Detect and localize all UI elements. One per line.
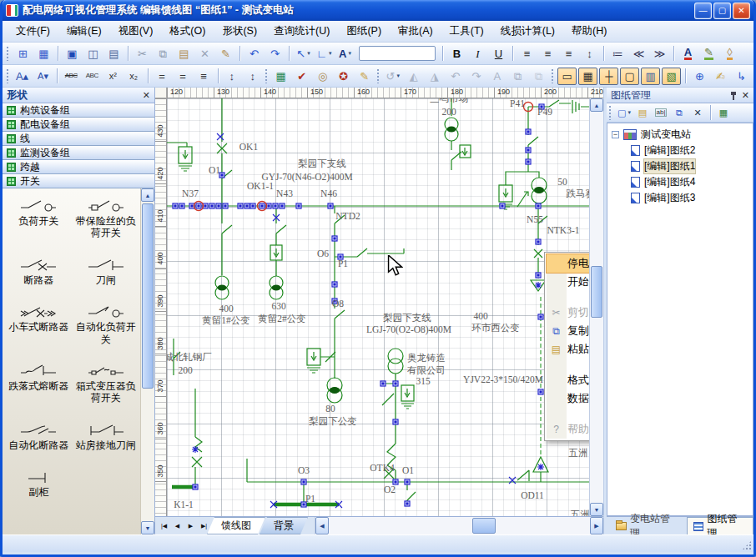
group-crossings[interactable]: 跨越 bbox=[3, 160, 154, 174]
menu-edit[interactable]: 编辑(E) bbox=[58, 21, 110, 42]
ctx-help[interactable]: ? 帮助(H) bbox=[547, 420, 589, 439]
ctx-outage-analysis[interactable]: 停电分析 bbox=[547, 254, 589, 273]
decrease-font-button[interactable]: A▾ bbox=[33, 68, 53, 85]
tab-feeder-diagram[interactable]: 馈线图 bbox=[207, 517, 265, 534]
new-drawing-button[interactable]: ⊞ bbox=[13, 45, 33, 63]
group-lines[interactable]: 线 bbox=[3, 132, 154, 146]
page-toggle[interactable]: ▥ bbox=[641, 68, 660, 85]
ctx-format[interactable]: 格式(O) ▶ bbox=[547, 371, 589, 389]
save-button[interactable]: ▣ bbox=[63, 45, 82, 63]
shape-aux-cabinet[interactable]: 副柜 bbox=[6, 469, 72, 498]
close-icon[interactable]: ✕ bbox=[742, 90, 749, 101]
approve-sheet-button[interactable]: ✔ bbox=[292, 68, 311, 85]
last-page-button[interactable]: ▶| bbox=[198, 519, 210, 533]
scroll-thumb[interactable] bbox=[591, 266, 602, 318]
shape-fused-load-switch[interactable]: 带保险丝的负荷开关 bbox=[73, 198, 139, 239]
flip-horizontal-button[interactable]: ◭ bbox=[404, 68, 423, 85]
indent-button[interactable]: ≫ bbox=[650, 45, 669, 63]
tree-sheet-3[interactable]: [编辑]图纸3 bbox=[609, 190, 751, 206]
find-shape-button[interactable]: ◎ bbox=[313, 68, 332, 85]
scroll-thumb[interactable] bbox=[142, 203, 154, 389]
toolbar-grip[interactable] bbox=[376, 68, 379, 83]
open-sheet-button[interactable]: ▤ bbox=[634, 104, 651, 122]
group-switches[interactable]: 开关 bbox=[3, 174, 154, 188]
ctx-start-outage-plan[interactable]: 开始停电计划 bbox=[547, 273, 589, 291]
fill-color-button[interactable]: ◊ bbox=[720, 45, 739, 63]
bold-button[interactable]: B bbox=[447, 45, 466, 63]
increase-font-button[interactable]: A▴ bbox=[13, 68, 32, 85]
tree-sheet-2[interactable]: [编辑]图纸2 bbox=[609, 143, 751, 158]
menu-query-stats[interactable]: 查询统计(U) bbox=[265, 21, 338, 42]
toolbar-grip[interactable] bbox=[608, 105, 612, 120]
rotate-shape-button[interactable]: ↺ bbox=[383, 68, 402, 85]
select-area-toggle[interactable]: ▢ bbox=[620, 68, 639, 85]
properties-button[interactable]: ✍ bbox=[711, 68, 730, 85]
scroll-down-icon[interactable]: ▼ bbox=[590, 503, 603, 516]
copy-button[interactable]: ⧉ bbox=[154, 45, 173, 63]
tree-root[interactable]: − 测试变电站 bbox=[609, 127, 751, 143]
connector-tool-button[interactable]: ∟ bbox=[315, 45, 334, 63]
pin-icon[interactable] bbox=[730, 91, 737, 100]
menu-approve[interactable]: 审批(A) bbox=[390, 21, 441, 42]
menu-help[interactable]: 帮助(H) bbox=[563, 21, 615, 42]
rotate-left-button[interactable]: ↶ bbox=[446, 68, 465, 85]
reroute-button[interactable]: ↳ bbox=[732, 68, 751, 85]
stencil-scrollbar[interactable]: ▲ ▼ bbox=[140, 188, 154, 534]
align-right-button[interactable]: ≡ bbox=[559, 45, 578, 63]
font-color-button[interactable]: A bbox=[678, 45, 698, 63]
bring-front-button[interactable]: ⧉ bbox=[508, 68, 527, 85]
delete-sheet-button[interactable]: ✕ bbox=[689, 104, 706, 122]
send-back-button[interactable]: ⧉ bbox=[529, 68, 548, 85]
clear-strike-button[interactable]: ABC bbox=[83, 68, 102, 85]
next-page-button[interactable]: ▶ bbox=[184, 519, 197, 533]
insert-picture-button[interactable]: ▦ bbox=[271, 68, 290, 85]
menu-line-loss[interactable]: 线损计算(L) bbox=[492, 21, 563, 42]
close-icon[interactable]: ✕ bbox=[143, 90, 150, 101]
group-distribution[interactable]: 配电设备组 bbox=[3, 118, 154, 132]
collapse-icon[interactable]: − bbox=[612, 131, 619, 138]
ctx-copy-drawing[interactable]: ⧉ 复制绘图(C) bbox=[547, 322, 589, 340]
zoom-button[interactable]: ⊕ bbox=[690, 68, 709, 85]
flip-vertical-button[interactable]: ◮ bbox=[425, 68, 444, 85]
shape-breaker[interactable]: 断路器 bbox=[6, 258, 72, 286]
canvas-vscrollbar[interactable]: ▲ ▼ bbox=[589, 98, 603, 516]
rotate-text-button[interactable]: A bbox=[487, 68, 507, 85]
scroll-up-icon[interactable]: ▲ bbox=[590, 98, 603, 112]
print-button[interactable]: ▤ bbox=[104, 45, 123, 63]
pointer-tool-button[interactable]: ↖ bbox=[294, 45, 313, 63]
font-combo[interactable] bbox=[359, 46, 436, 61]
print-preview-button[interactable]: ◫ bbox=[83, 45, 103, 63]
align-top-button[interactable]: = bbox=[153, 68, 172, 85]
ctx-cut[interactable]: ✂ 剪切(T) bbox=[547, 304, 589, 322]
guides-toggle[interactable]: ┼ bbox=[599, 68, 618, 85]
toolbar-grip[interactable] bbox=[265, 68, 267, 83]
paste-button[interactable]: ▤ bbox=[174, 45, 194, 63]
shape-auto-load-switch[interactable]: 自动化负荷开关 bbox=[73, 304, 139, 345]
format-painter-button[interactable]: ✎ bbox=[216, 45, 235, 63]
scroll-up-icon[interactable]: ▲ bbox=[141, 188, 154, 202]
tree-sheet-1[interactable]: [编辑]图纸1 bbox=[609, 158, 751, 174]
shape-knife-switch[interactable]: 刀闸 bbox=[73, 258, 139, 286]
shape-dropout-fuse[interactable]: 跌落式熔断器 bbox=[6, 364, 72, 404]
menu-sheet[interactable]: 图纸(P) bbox=[338, 21, 390, 42]
shape-auto-breaker[interactable]: 自动化断路器 bbox=[6, 423, 72, 451]
toolbar-grip[interactable] bbox=[6, 46, 9, 61]
menu-view[interactable]: 视图(V) bbox=[110, 21, 162, 42]
station-diagram-button[interactable]: ▦ bbox=[715, 104, 732, 122]
cut-button[interactable]: ✂ bbox=[133, 45, 152, 63]
italic-button[interactable]: I bbox=[468, 45, 487, 63]
prev-page-button[interactable]: ◀ bbox=[171, 519, 184, 533]
outdent-button[interactable]: ≪ bbox=[629, 45, 648, 63]
explorer-toggle[interactable]: ▧ bbox=[662, 68, 681, 85]
toolbar-grip[interactable] bbox=[6, 68, 8, 83]
shape-load-switch[interactable]: 负荷开关 bbox=[6, 198, 72, 239]
subscript-button[interactable]: x₂ bbox=[124, 68, 144, 85]
tab-station-manager[interactable]: 变电站管理 bbox=[610, 517, 685, 534]
menu-format[interactable]: 格式(O) bbox=[161, 21, 214, 42]
stamp-button[interactable]: ✪ bbox=[334, 68, 353, 85]
rename-sheet-button[interactable]: ab| bbox=[653, 104, 669, 122]
grid-toggle[interactable]: ▦ bbox=[578, 68, 597, 85]
undo-button[interactable]: ↶ bbox=[244, 45, 264, 63]
title-bar[interactable]: 配电网络可视化管理系统 编辑馈线图 “图纸1” - 测试变电站 —▢✕ bbox=[3, 0, 753, 21]
group-monitoring[interactable]: 监测设备组 bbox=[3, 146, 154, 160]
